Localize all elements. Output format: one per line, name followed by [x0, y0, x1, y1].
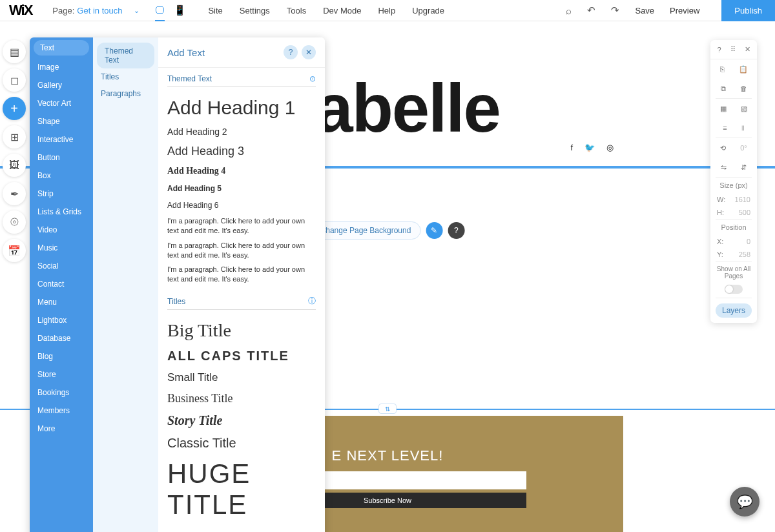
panel-drag-icon[interactable]: ⠿ [730, 45, 736, 54]
preview-button[interactable]: Preview [670, 6, 699, 15]
flip-h-icon[interactable]: ⇋ [721, 163, 727, 172]
search-icon[interactable]: ⌕ [566, 5, 572, 16]
undo-icon[interactable]: ↶ [587, 5, 595, 16]
add-paragraph-2[interactable]: I'm a paragraph. Click here to add your … [167, 238, 316, 263]
redo-icon[interactable]: ↷ [611, 5, 619, 16]
cat-store[interactable]: Store [30, 365, 93, 384]
width-value[interactable]: 1610 [735, 196, 750, 203]
desktop-view-icon[interactable]: 🖵 [155, 5, 165, 21]
cat-music[interactable]: Music [30, 239, 93, 257]
menu-upgrade[interactable]: Upgrade [412, 6, 444, 15]
panel-close-icon[interactable]: ✕ [745, 45, 750, 54]
distribute-icon[interactable]: ⫴ [741, 124, 745, 132]
rotation-value: 0° [740, 144, 747, 152]
section-icon[interactable]: ◻ [3, 68, 26, 92]
send-backward-icon[interactable]: ▧ [741, 105, 747, 113]
cat-database[interactable]: Database [30, 329, 93, 347]
save-button[interactable]: Save [635, 6, 654, 15]
title-caps[interactable]: ALL CAPS TITLE [167, 345, 316, 367]
add-heading-6[interactable]: Add Heading 6 [167, 197, 316, 214]
properties-panel[interactable]: ? ⠿ ✕ ⎘📋 ⧉🗑 ▦▧ ≡⫴ ⟲0° ⇋⇵ Size (px) W:161… [710, 40, 757, 323]
add-paragraph-1[interactable]: I'm a paragraph. Click here to add your … [167, 214, 316, 238]
cat-lists[interactable]: Lists & Grids [30, 203, 93, 221]
menu-settings[interactable]: Settings [240, 6, 270, 15]
add-heading-3[interactable]: Add Heading 3 [167, 141, 316, 162]
show-all-pages-toggle[interactable] [725, 285, 743, 294]
duplicate-icon[interactable]: ⧉ [721, 85, 726, 93]
apps-icon[interactable]: ⊞ [3, 125, 26, 148]
cat-interactive[interactable]: Interactive [30, 130, 93, 148]
title-business[interactable]: Business Title [167, 388, 316, 409]
sub-titles[interactable]: Titles [93, 68, 158, 85]
cat-lightbox[interactable]: Lightbox [30, 311, 93, 329]
chat-fab[interactable]: 💬 [730, 487, 760, 517]
rotate-icon[interactable]: ⟲ [720, 144, 726, 152]
section-gap-handle[interactable]: ⇅ [378, 404, 397, 414]
menu-help[interactable]: Help [378, 6, 395, 15]
media-icon[interactable]: 🖼 [3, 154, 26, 177]
add-heading-5[interactable]: Add Heading 5 [167, 180, 316, 197]
cat-bookings[interactable]: Bookings [30, 384, 93, 402]
y-value[interactable]: 258 [739, 251, 750, 258]
title-huge[interactable]: HUGE TITLE [167, 455, 316, 524]
menu-tools[interactable]: Tools [287, 6, 306, 15]
cat-more[interactable]: More [30, 420, 93, 438]
x-value[interactable]: 0 [747, 238, 750, 245]
title-story[interactable]: Story Title [167, 409, 316, 432]
cat-box[interactable]: Box [30, 167, 93, 185]
cat-vectorart[interactable]: Vector Art [30, 94, 93, 112]
y-label: Y: [717, 251, 723, 258]
panel-help-icon[interactable]: ? [717, 46, 721, 54]
mobile-view-icon[interactable]: 📱 [174, 5, 186, 16]
chevron-down-icon[interactable]: ⌄ [134, 6, 140, 15]
publish-button[interactable]: Publish [721, 0, 775, 21]
help-icon[interactable]: ? [448, 222, 464, 239]
paste-icon[interactable]: 📋 [739, 65, 748, 74]
twitter-icon[interactable]: 🐦 [584, 143, 595, 152]
bring-forward-icon[interactable]: ▦ [720, 105, 727, 113]
bookings-icon[interactable]: 📅 [3, 239, 26, 262]
sub-paragraphs[interactable]: Paragraphs [93, 85, 158, 102]
panel-close-icon[interactable]: ✕ [302, 45, 316, 59]
title-small[interactable]: Small Title [167, 367, 316, 388]
copy-icon[interactable]: ⎘ [720, 65, 725, 73]
change-background-button[interactable]: Change Page Background [311, 221, 421, 240]
cat-strip[interactable]: Strip [30, 185, 93, 203]
cat-text[interactable]: Text [34, 40, 89, 56]
add-heading-1[interactable]: Add Heading 1 [167, 93, 316, 123]
layers-button[interactable]: Layers [716, 303, 752, 318]
title-big[interactable]: Big Title [167, 316, 316, 345]
cat-button[interactable]: Button [30, 148, 93, 167]
cat-members[interactable]: Members [30, 402, 93, 420]
cat-video[interactable]: Video [30, 221, 93, 239]
theme-settings-icon[interactable]: ⊙ [309, 74, 316, 83]
instagram-icon[interactable]: ◎ [606, 143, 614, 152]
menu-devmode[interactable]: Dev Mode [323, 6, 361, 15]
title-classic[interactable]: Classic Title [167, 432, 316, 455]
add-paragraph-3[interactable]: I'm a paragraph. Click here to add your … [167, 262, 316, 287]
cat-shape[interactable]: Shape [30, 112, 93, 130]
add-element-icon[interactable]: + [3, 97, 26, 120]
align-icon[interactable]: ≡ [723, 124, 727, 132]
cat-gallery[interactable]: Gallery [30, 76, 93, 94]
cat-contact[interactable]: Contact [30, 275, 93, 293]
page-selector[interactable]: Get in touch [77, 6, 122, 15]
design-icon[interactable]: ✒ [3, 182, 26, 205]
add-heading-2[interactable]: Add Heading 2 [167, 123, 316, 141]
height-value[interactable]: 500 [739, 209, 750, 216]
titles-info-icon[interactable]: ⓘ [308, 296, 316, 307]
sub-themed-text[interactable]: Themed Text [97, 43, 154, 68]
menu-site[interactable]: Site [208, 6, 222, 15]
delete-icon[interactable]: 🗑 [740, 85, 747, 92]
flip-v-icon[interactable]: ⇵ [741, 163, 747, 172]
pages-icon[interactable]: ▤ [3, 40, 26, 63]
facebook-icon[interactable]: f [570, 143, 573, 152]
cat-menu[interactable]: Menu [30, 293, 93, 311]
cat-blog[interactable]: Blog [30, 347, 93, 365]
blog-icon[interactable]: ⦾ [3, 210, 26, 234]
panel-help-icon[interactable]: ? [284, 45, 298, 59]
edit-icon[interactable]: ✎ [426, 222, 442, 239]
add-heading-4[interactable]: Add Heading 4 [167, 162, 316, 180]
cat-image[interactable]: Image [30, 58, 93, 76]
cat-social[interactable]: Social [30, 257, 93, 275]
